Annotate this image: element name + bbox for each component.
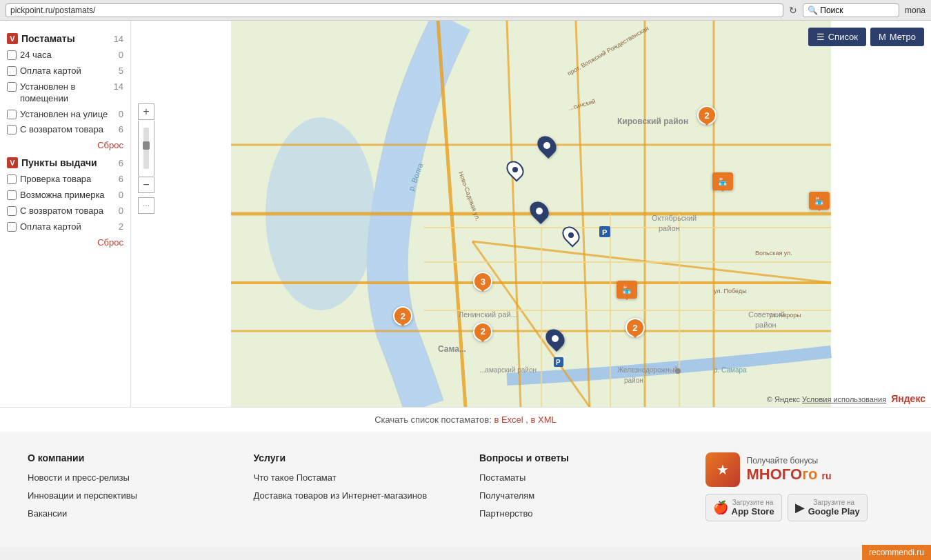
footer-link-delivery[interactable]: Доставка товаров из Интернет-магазинов [254, 490, 452, 502]
svg-text:ул. Победы: ул. Победы [714, 288, 747, 294]
footer-col-promo: ★ Получайте бонусы МНОГОго ru 🍎 Загрузит… [705, 452, 904, 526]
footer-link-news[interactable]: Новости и пресс-релизы [28, 472, 226, 484]
filter-checkbox-fitting[interactable] [7, 190, 17, 200]
browser-url[interactable]: pickpoint.ru/postamats/ [6, 3, 783, 17]
refresh-icon[interactable]: ↻ [789, 5, 797, 16]
marker-cluster-2-center[interactable]: 2 [473, 322, 492, 341]
map-container[interactable]: р. Волга р. Самара [131, 21, 931, 407]
reset-pickup-link[interactable]: Сброс [7, 237, 123, 248]
pickup-title: Пункты выдачи [21, 157, 97, 168]
filter-checkbox-return[interactable] [7, 125, 17, 134]
filter-item-outdoor: Установлен на улице 0 [7, 109, 123, 121]
zoom-in-button[interactable]: + [138, 103, 154, 120]
google-play-button[interactable]: ▶ Загрузите на Google Play [788, 494, 868, 521]
app-buttons: 🍎 Загрузите на App Store ▶ Загрузите на … [705, 494, 904, 521]
marker-cluster-3[interactable]: 3 [473, 272, 492, 291]
footer-link-what-is[interactable]: Что такое Постамат [254, 472, 452, 484]
download-prefix: Скачать список постаматов: [374, 414, 494, 425]
footer-link-partnership[interactable]: Партнерство [479, 508, 678, 520]
pickup-v-icon: V [7, 157, 18, 168]
footer-link-recipients[interactable]: Получателям [479, 490, 678, 502]
filter-item-return: С возвратом товара 6 [7, 124, 123, 136]
filter-count-fitting: 0 [119, 190, 123, 200]
footer-col-services: Услуги Что такое Постамат Доставка товар… [254, 452, 452, 526]
map-controls-top-right: ☰ Список М Метро [808, 28, 924, 46]
download-bar: Скачать список постаматов: в Excel , в X… [0, 407, 931, 432]
svg-text:Советский: Советский [748, 310, 785, 319]
filter-item-24h: 24 часа 0 [7, 50, 123, 61]
svg-text:P: P [602, 228, 607, 237]
svg-text:Октябрьский: Октябрьский [652, 214, 697, 222]
marker-cluster-2-right[interactable]: 2 [625, 318, 645, 337]
list-button[interactable]: ☰ Список [808, 28, 866, 46]
filter-item-check: Проверка товара 6 [7, 174, 123, 186]
zoom-slider[interactable] [138, 121, 154, 176]
google-play-prefix: Загрузите на [808, 499, 860, 506]
list-icon: ☰ [817, 32, 825, 42]
filter-count-card2: 2 [119, 221, 123, 232]
filter-count-check: 6 [119, 174, 123, 184]
footer: О компании Новости и пресс-релизы Иннова… [0, 432, 931, 547]
postamats-title: Постаматы [21, 33, 75, 44]
marker-cluster-2-left[interactable]: 2 [393, 306, 412, 326]
marker-blue-4[interactable] [547, 328, 563, 349]
terms-link[interactable]: Условия использования [802, 395, 886, 403]
filter-checkbox-indoor[interactable] [7, 82, 17, 92]
marker-small-dot [675, 368, 681, 374]
promo-brand: МНОГОго ru [747, 466, 832, 483]
marker-blue-1[interactable] [539, 135, 555, 156]
yandex-attribution: © Яндекс Условия использования Яндекс [767, 393, 925, 404]
marker-white-1[interactable] [563, 226, 579, 245]
browser-search-input[interactable]: 🔍 Поиск [803, 3, 899, 17]
filter-checkbox-card2[interactable] [7, 222, 17, 232]
filter-count-return: 6 [119, 124, 123, 134]
filter-item-fitting: Возможна примерка 0 [7, 190, 123, 201]
filter-label-card2: Оплата картой [20, 221, 81, 233]
filter-count-24h: 0 [119, 50, 123, 60]
download-xml-link[interactable]: в XML [531, 414, 557, 425]
yandex-logo: Яндекс [891, 393, 925, 404]
footer-col-faq: Вопросы и ответы Постаматы Получателям П… [479, 452, 678, 526]
reset-postamats-link[interactable]: Сброс [7, 140, 123, 150]
marker-store-2[interactable]: 🏪 [809, 192, 830, 210]
postamats-count: 14 [114, 34, 123, 44]
zoom-out-button[interactable]: − [138, 177, 154, 193]
app-store-button[interactable]: 🍎 Загрузите на App Store [705, 494, 782, 521]
marker-store-1[interactable]: 🏪 [712, 172, 733, 190]
metro-button[interactable]: М Метро [870, 28, 924, 46]
metro-icon: М [879, 32, 886, 42]
filter-label-card: Оплата картой [20, 66, 81, 77]
marker-blue-2[interactable] [508, 160, 523, 179]
filter-checkbox-check[interactable] [7, 174, 17, 184]
filter-checkbox-card[interactable] [7, 66, 17, 76]
svg-text:...амарский район: ...амарский район [479, 366, 537, 374]
filter-label-return: С возвратом товара [20, 124, 103, 136]
footer-link-innovations[interactable]: Инновации и перспективы [28, 490, 226, 502]
filter-count-indoor: 14 [114, 81, 123, 92]
postamats-section-header: V Постаматы 14 [7, 33, 123, 44]
drag-control[interactable]: ⋯ [138, 197, 154, 214]
filter-checkbox-return2[interactable] [7, 206, 17, 216]
google-play-name: Google Play [808, 506, 860, 517]
footer-link-vacancies[interactable]: Вакансии [28, 508, 226, 520]
map-zoom-controls: + − ⋯ [138, 103, 154, 214]
recommendi-badge[interactable]: recommendi.ru [862, 545, 931, 547]
filter-label-fitting: Возможна примерка [20, 190, 105, 201]
filter-checkbox-outdoor[interactable] [7, 110, 17, 119]
filter-count-card: 5 [119, 66, 123, 76]
svg-text:Кировский район: Кировский район [617, 117, 688, 126]
pickup-count: 6 [119, 158, 123, 168]
filter-label-24h: 24 часа [20, 50, 52, 61]
marker-blue-3[interactable] [531, 201, 548, 221]
marker-cluster-2-top[interactable]: 2 [697, 106, 717, 125]
svg-text:Ленинский рай...: Ленинский рай... [459, 310, 517, 319]
footer-col3-title: Вопросы и ответы [479, 452, 678, 463]
download-separator: , [525, 414, 530, 425]
download-excel-link[interactable]: в Excel [494, 414, 523, 425]
filter-checkbox-24h[interactable] [7, 50, 17, 60]
footer-col-company: О компании Новости и пресс-релизы Иннова… [28, 452, 226, 526]
marker-store-3[interactable]: 🏪 [617, 281, 637, 299]
filter-label-check: Проверка товара [20, 174, 91, 186]
svg-text:р. Самара: р. Самара [714, 366, 747, 374]
footer-link-postamats[interactable]: Постаматы [479, 472, 678, 484]
